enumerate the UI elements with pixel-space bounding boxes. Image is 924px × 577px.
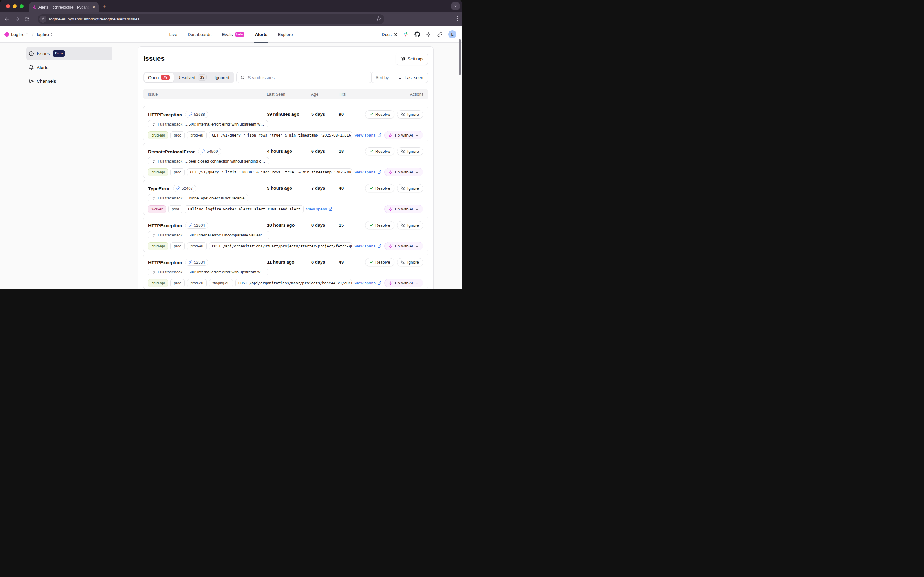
nav-dashboards[interactable]: Dashboards (188, 26, 211, 43)
issue-cell: RemoteProtocolError54509 (148, 148, 267, 155)
issue-id-link[interactable]: 54509 (198, 148, 221, 155)
ignore-button[interactable]: Ignore (397, 184, 423, 192)
tag-worker: worker (148, 205, 166, 213)
fix-with-ai-button[interactable]: Fix with AI (384, 242, 423, 250)
url-bar[interactable]: logfire-eu.pydantic.info/logfire/logfire… (38, 15, 384, 24)
window-controls[interactable] (6, 4, 24, 8)
issue-id-link[interactable]: 52407 (173, 185, 196, 192)
share-link-icon[interactable] (437, 32, 442, 37)
issue-type: HTTPException (148, 112, 182, 117)
issue-id: 52534 (194, 260, 205, 264)
status-filter-tabs: Open 79 Resolved 35 Ignored (143, 72, 234, 83)
sort-control[interactable]: Sort by Last seen (371, 72, 428, 83)
full-traceback-chip[interactable]: Full traceback …500: Internal error: Unc… (148, 231, 269, 239)
issue-id-link[interactable]: 52804 (185, 222, 208, 229)
issue-id-link[interactable]: 52534 (185, 259, 208, 266)
ignore-button[interactable]: Ignore (397, 110, 423, 119)
ignore-button[interactable]: Ignore (397, 258, 423, 266)
sparkles-icon (389, 170, 393, 174)
url-text[interactable]: logfire-eu.pydantic.info/logfire/logfire… (49, 17, 376, 21)
tab-close-icon[interactable]: ✕ (92, 5, 96, 10)
column-issue: Issue (148, 92, 267, 97)
sidebar-item-channels[interactable]: Channels (26, 74, 113, 88)
ignore-button[interactable]: Ignore (397, 221, 423, 229)
settings-button[interactable]: Settings (396, 53, 428, 65)
resolve-button[interactable]: Resolve (365, 147, 395, 155)
sidebar-item-label: Channels (37, 79, 56, 84)
full-traceback-chip[interactable]: Full traceback …'NoneType' object is not… (148, 194, 248, 202)
tab-resolved[interactable]: Resolved 35 (174, 73, 211, 82)
fix-with-ai-label: Fix with AI (395, 133, 413, 137)
close-window-button[interactable] (6, 4, 10, 8)
sidebar-item-label: Alerts (37, 65, 48, 70)
view-spans-link[interactable]: View spans (355, 170, 381, 174)
forward-button[interactable] (15, 16, 20, 22)
tab-open[interactable]: Open 79 (144, 73, 174, 82)
site-settings-icon[interactable] (39, 16, 47, 23)
fix-with-ai-button[interactable]: Fix with AI (384, 168, 423, 176)
view-spans-link[interactable]: View spans (355, 244, 381, 248)
search-input[interactable] (248, 75, 368, 80)
issue-id-link[interactable]: 52638 (185, 111, 208, 118)
ignore-button[interactable]: Ignore (397, 147, 423, 155)
full-traceback-chip[interactable]: Full traceback …peer closed connection w… (148, 157, 269, 165)
browser-tab[interactable]: Alerts · logfire/logfire · Pydant ✕ (29, 2, 99, 12)
full-traceback-chip[interactable]: Full traceback …500: internal error: err… (148, 120, 268, 128)
nav-alerts[interactable]: Alerts (255, 26, 268, 43)
resolve-button[interactable]: Resolve (365, 110, 395, 119)
resolve-button[interactable]: Resolve (365, 258, 395, 266)
view-spans-link[interactable]: View spans (355, 281, 381, 285)
tag-crud-api: crud-api (148, 131, 168, 139)
tab-search-button[interactable] (451, 2, 460, 10)
sort-value[interactable]: Last seen (393, 72, 428, 83)
external-link-icon (393, 32, 398, 36)
fix-with-ai-button[interactable]: Fix with AI (384, 279, 423, 287)
nav-explore[interactable]: Explore (278, 26, 293, 43)
nav-evals[interactable]: Evalsbeta (222, 26, 244, 43)
sparkles-icon (389, 207, 393, 211)
unfold-icon (152, 234, 156, 237)
github-icon[interactable] (414, 31, 420, 37)
nav-live[interactable]: Live (169, 26, 177, 43)
view-spans-link[interactable]: View spans (306, 207, 333, 211)
zoom-window-button[interactable] (19, 4, 24, 8)
view-spans-link[interactable]: View spans (355, 133, 381, 137)
sparkles-icon (389, 244, 393, 248)
sidebar-item-alerts[interactable]: Alerts (26, 60, 113, 74)
full-traceback-label: Full traceback (158, 233, 182, 237)
user-avatar[interactable]: L (448, 30, 456, 39)
issue-row: RemoteProtocolError545094 hours ago6 day… (143, 143, 428, 178)
resolve-button[interactable]: Resolve (365, 184, 395, 192)
eye-off-icon (401, 112, 405, 116)
page-scrollbar-thumb[interactable] (459, 39, 461, 75)
fix-with-ai-button[interactable]: Fix with AI (384, 131, 423, 139)
span-code-snippet: GET /v1/query ? limit='10000' & json_row… (187, 168, 352, 176)
docs-link[interactable]: Docs (382, 32, 398, 37)
theme-sun-icon[interactable] (426, 32, 431, 37)
back-button[interactable] (4, 16, 10, 22)
slack-icon[interactable] (403, 32, 408, 37)
row-actions: ResolveIgnore (363, 110, 423, 119)
search-icon (240, 75, 245, 80)
reload-button[interactable] (24, 16, 30, 22)
new-tab-button[interactable]: + (103, 3, 106, 10)
full-traceback-chip[interactable]: Full traceback …500: internal error: err… (148, 268, 268, 276)
sidebar-item-issues[interactable]: Issues Beta (26, 47, 113, 60)
fix-with-ai-button[interactable]: Fix with AI (384, 205, 423, 213)
resolve-button[interactable]: Resolve (365, 221, 395, 229)
ignore-label: Ignore (407, 223, 419, 227)
issue-row-summary: HTTPException5263839 minutes ago5 days90… (148, 110, 423, 119)
browser-menu-button[interactable] (457, 16, 458, 21)
view-spans-label: View spans (355, 133, 376, 137)
minimize-window-button[interactable] (13, 4, 17, 8)
beta-badge: beta (235, 32, 245, 37)
tab-ignored[interactable]: Ignored (211, 73, 233, 82)
eye-off-icon (401, 149, 405, 153)
sidebar-item-label: Issues (37, 51, 50, 56)
row-actions: ResolveIgnore (363, 221, 423, 229)
resolve-label: Resolve (375, 223, 390, 227)
issue-cell: HTTPException52804 (148, 222, 267, 229)
bookmark-star-icon[interactable] (376, 16, 381, 22)
link-icon (189, 260, 192, 264)
chevron-down-icon (415, 134, 419, 137)
